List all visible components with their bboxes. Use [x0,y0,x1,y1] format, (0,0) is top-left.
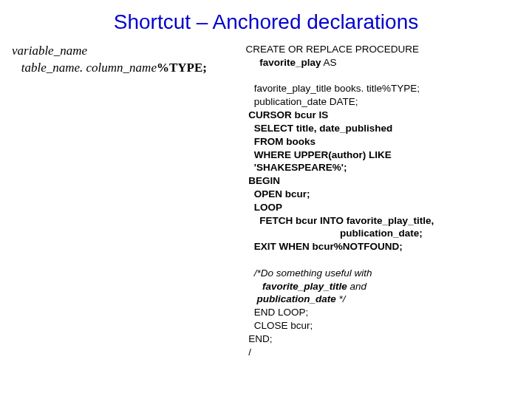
code-l10: BEGIN [245,175,280,186]
code-block: CREATE OR REPLACE PROCEDURE favorite_pla… [245,43,520,359]
code-l19: CLOSE bcur; [245,320,313,331]
syntax-line-2a: table_name. column_name [12,61,157,75]
code-l17b: favorite_play_title [245,281,347,292]
code-l01b: favorite_play [245,57,321,68]
left-column: variable_name table_name. column_name%TY… [12,38,245,359]
code-l05: CURSOR bcur IS [245,109,328,120]
code-l01c: AS [321,57,337,68]
code-l03a: favorite_play_title books. title%TYPE; [245,83,420,94]
code-l11: OPEN bcur; [245,188,310,200]
syntax-line-2: table_name. column_name%TYPE; [12,60,245,77]
code-l12: LOOP [245,202,282,213]
code-l17e: */ [336,293,346,304]
right-column: CREATE OR REPLACE PROCEDURE favorite_pla… [245,38,520,359]
code-l09: 'SHAKESPEARE%'; [245,162,347,173]
code-l14: publication_date; [245,228,422,239]
code-l06: SELECT title, date_published [245,123,392,134]
slide-title: Shortcut – Anchored declarations [0,0,532,38]
code-l08: WHERE UPPER(author) LIKE [245,149,391,160]
code-l07: FROM books [245,136,316,147]
code-l13: FETCH bcur INTO favorite_play_title, [245,215,434,226]
slide: Shortcut – Anchored declarations variabl… [0,0,532,399]
code-l18: END LOOP; [245,307,308,318]
code-l21: / [245,347,251,358]
code-l20: END; [245,333,272,344]
code-l17c: and [347,281,366,292]
code-l04: publication_date DATE; [245,96,358,107]
content-columns: variable_name table_name. column_name%TY… [0,38,532,359]
syntax-type-suffix: %TYPE; [157,61,207,75]
code-l17d: publication_date [245,293,335,304]
code-l17a: /*Do something useful with [245,267,372,279]
code-l01a: CREATE OR REPLACE PROCEDURE [245,44,419,55]
syntax-block: variable_name table_name. column_name%TY… [12,43,245,77]
syntax-line-1: variable_name [12,43,245,60]
code-l15: EXIT WHEN bcur%NOTFOUND; [245,241,402,252]
